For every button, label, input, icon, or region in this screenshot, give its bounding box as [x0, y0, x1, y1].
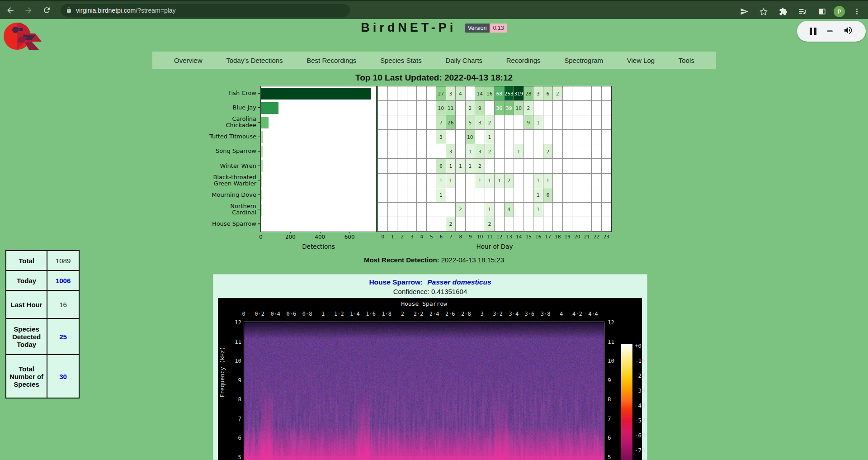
- heatmap-cell: [582, 101, 592, 115]
- address-bar[interactable]: virginia.birdnetpi.com/?stream=play: [61, 4, 350, 17]
- colorbar-tick: -70: [635, 447, 645, 454]
- heatmap-cell: [563, 86, 573, 101]
- menu-dots-icon[interactable]: [849, 4, 864, 19]
- bar-plot: [260, 86, 377, 232]
- bar: [261, 146, 263, 157]
- spectrogram-title: House Sparrow: [401, 300, 447, 307]
- heatmap-cell: [533, 130, 543, 144]
- spectrogram-y-tick: 12: [223, 319, 241, 326]
- heatmap-cell: 1: [446, 174, 456, 188]
- heatmap-cell: 39: [505, 101, 514, 115]
- heatmap-cell: [378, 217, 388, 232]
- heatmap-cell: [456, 115, 466, 130]
- nav-item-spectrogram[interactable]: Spectrogram: [564, 57, 603, 64]
- heatmap-cell: 1: [533, 174, 543, 188]
- spectrogram-x-tick: 0·4: [270, 311, 280, 317]
- heatmap-cell: [466, 203, 476, 217]
- colorbar-tick: -60: [635, 432, 645, 439]
- side-panel-icon[interactable]: [814, 4, 830, 19]
- hour-tick-label: 3: [410, 234, 414, 239]
- species-common-name[interactable]: House Sparrow:: [369, 278, 423, 286]
- spectrogram-y-tick: 10: [608, 357, 614, 364]
- nav-item-today-s-detections[interactable]: Today's Detections: [226, 57, 283, 64]
- stats-value[interactable]: 25: [47, 318, 79, 355]
- spectrogram-x-tick: 3·2: [493, 311, 503, 317]
- stats-label: Today: [6, 270, 47, 290]
- hour-tick-label: 8: [459, 234, 462, 239]
- detection-panel: House Sparrow:Passer domesticus Confiden…: [213, 274, 647, 460]
- hour-tick-label: 17: [545, 234, 551, 239]
- spectrogram-x-tick: 1·8: [382, 311, 392, 317]
- heatmap-cell: [563, 188, 573, 203]
- heatmap-cell: [572, 188, 582, 203]
- heatmap-cell: 11: [446, 101, 456, 115]
- reload-icon[interactable]: [39, 3, 54, 18]
- spectrogram-x-tick: 1·2: [334, 311, 344, 317]
- heatmap-cell: 1: [446, 159, 456, 173]
- colorbar-tick: -10: [635, 357, 645, 364]
- spectrogram-x-tick: 1·6: [366, 311, 376, 317]
- nav-item-best-recordings[interactable]: Best Recordings: [307, 57, 356, 64]
- back-icon[interactable]: [3, 3, 18, 18]
- nav-item-tools[interactable]: Tools: [679, 57, 694, 64]
- confidence-value: 0.41351604: [431, 288, 467, 295]
- heatmap-cell: [582, 188, 592, 203]
- stats-label: Species Detected Today: [6, 318, 47, 355]
- bar-tick-mark: [290, 232, 291, 233]
- bar: [261, 102, 278, 114]
- heatmap-cell: [592, 203, 602, 217]
- heatmap-cell: [582, 86, 592, 101]
- spectrogram-x-tick: 2·6: [445, 311, 455, 317]
- heatmap-cell: [388, 217, 398, 232]
- spectrogram-x-tick: 3·8: [541, 311, 551, 317]
- heatmap-cell: [417, 144, 427, 159]
- heatmap-cell: 319: [514, 86, 524, 101]
- media-controls-icon[interactable]: [795, 4, 810, 19]
- heatmap-cell: [553, 159, 563, 173]
- species-label: Winter Wren: [174, 158, 258, 173]
- heatmap-cell: [417, 174, 427, 188]
- profile-avatar[interactable]: P: [834, 6, 845, 17]
- heatmap-cell: [485, 159, 495, 173]
- nav-item-view-log[interactable]: View Log: [627, 57, 655, 64]
- heatmap-cell: [466, 188, 476, 203]
- nav-item-species-stats[interactable]: Species Stats: [380, 57, 422, 64]
- most-recent-detection: Most Recent Detection: 2022-04-13 18:15:…: [0, 256, 868, 264]
- heatmap-cell: [417, 159, 427, 173]
- heatmap-cell: [582, 217, 592, 232]
- heatmap-cell: [378, 86, 388, 101]
- send-icon[interactable]: [736, 4, 752, 19]
- heatmap-cell: [397, 86, 407, 101]
- heatmap-cell: 1: [466, 159, 476, 173]
- extensions-icon[interactable]: [775, 4, 791, 19]
- nav-item-daily-charts[interactable]: Daily Charts: [445, 57, 482, 64]
- nav-item-overview[interactable]: Overview: [174, 57, 203, 64]
- heatmap-cell: [514, 203, 524, 217]
- heatmap-cell: 3: [446, 86, 456, 101]
- bookmark-star-icon[interactable]: [756, 4, 771, 19]
- heatmap-cell: [524, 203, 534, 217]
- forward-icon[interactable]: [21, 3, 36, 18]
- heatmap-cell: [446, 188, 456, 203]
- heatmap-cell: [495, 188, 505, 203]
- nav-item-recordings[interactable]: Recordings: [506, 57, 541, 64]
- stats-value[interactable]: 30: [47, 355, 79, 398]
- stats-value[interactable]: 1006: [47, 270, 79, 290]
- heatmap-cell: [466, 174, 476, 188]
- heatmap-cell: [602, 115, 612, 130]
- heatmap-cell: [456, 144, 466, 159]
- heatmap-cell: 2: [485, 115, 495, 130]
- spectrogram-y-tick: 6: [223, 434, 241, 441]
- bar-tick-label: 600: [344, 234, 355, 240]
- heatmap-cell: [563, 174, 573, 188]
- heatmap-cell: 1: [466, 144, 476, 159]
- heatmap-cell: [572, 159, 582, 173]
- spectrogram-y-tick: 6: [608, 434, 611, 441]
- spectrogram-x-tick: 0·8: [302, 311, 312, 317]
- heatmap-cell: [563, 115, 573, 130]
- spectrogram-x-tick: 3: [480, 311, 483, 317]
- colorbar-tick: -20: [635, 372, 645, 379]
- hour-tick-label: 5: [430, 234, 433, 239]
- species-scientific-name[interactable]: Passer domesticus: [427, 278, 491, 286]
- heatmap-cell: 36: [495, 101, 505, 115]
